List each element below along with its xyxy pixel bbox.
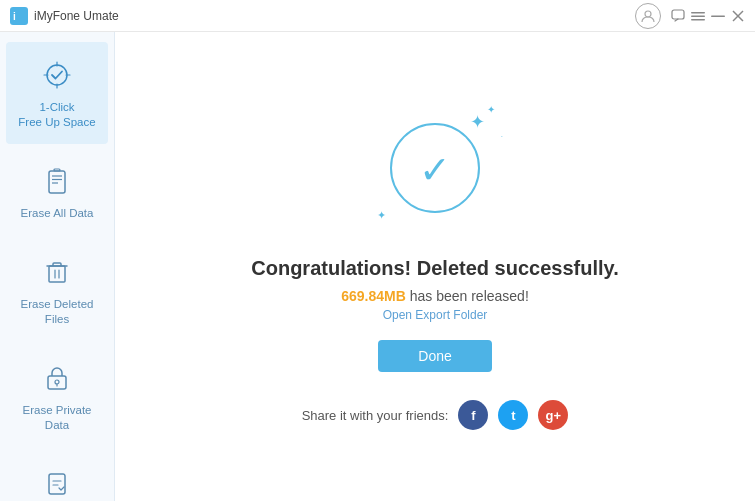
svg-rect-7 — [711, 15, 725, 17]
sidebar: 1-Click Free Up Space Erase All Data — [0, 32, 115, 501]
app-logo: i — [10, 7, 28, 25]
share-row: Share it with your friends: f t g+ — [302, 400, 569, 430]
content-area: ✓ ✦ ✦ ✦ · Congratulations! Deleted succe… — [115, 32, 755, 501]
svg-point-20 — [55, 380, 59, 384]
svg-rect-5 — [691, 15, 705, 17]
sidebar-item-free-up-space[interactable]: 1-Click Free Up Space — [6, 42, 108, 144]
sidebar-item-erase-all-data[interactable]: Erase All Data — [6, 148, 108, 235]
released-suffix: has been released! — [410, 288, 529, 304]
erase-private-data-icon — [38, 359, 76, 397]
svg-text:i: i — [13, 11, 16, 22]
checkmark-icon: ✓ — [419, 151, 451, 189]
chat-icon[interactable] — [671, 9, 685, 23]
sparkle-icon-3: ✦ — [377, 210, 386, 221]
user-icon[interactable] — [635, 3, 661, 29]
erase-deleted-files-icon — [38, 253, 76, 291]
svg-rect-11 — [49, 171, 65, 193]
sidebar-item-erase-private-data[interactable]: Erase Private Data — [6, 345, 108, 447]
success-circle: ✓ — [390, 123, 480, 213]
erase-private-fragments-icon — [38, 465, 76, 501]
twitter-share-button[interactable]: t — [498, 400, 528, 430]
erase-all-data-icon — [38, 162, 76, 200]
sidebar-label-erase-all-data: Erase All Data — [21, 206, 94, 221]
released-text: 669.84MB has been released! — [341, 288, 529, 304]
svg-point-2 — [645, 11, 651, 17]
googleplus-share-button[interactable]: g+ — [538, 400, 568, 430]
svg-rect-4 — [691, 12, 705, 14]
success-animation: ✓ ✦ ✦ ✦ · — [365, 103, 505, 233]
svg-rect-22 — [49, 474, 65, 494]
released-size: 669.84MB — [341, 288, 406, 304]
minimize-icon[interactable] — [711, 9, 725, 23]
sparkle-icon-4: · — [501, 133, 503, 141]
svg-rect-6 — [691, 19, 705, 21]
close-icon[interactable] — [731, 9, 745, 23]
svg-rect-19 — [48, 376, 66, 389]
congrats-title: Congratulations! Deleted successfully. — [251, 257, 619, 280]
svg-rect-3 — [672, 10, 684, 19]
sidebar-label-erase-private-data: Erase Private Data — [14, 403, 100, 433]
sidebar-item-erase-deleted-files[interactable]: Erase Deleted Files — [6, 239, 108, 341]
svg-rect-10 — [47, 65, 67, 85]
facebook-share-button[interactable]: f — [458, 400, 488, 430]
sidebar-label-free-up-space: 1-Click Free Up Space — [18, 100, 95, 130]
open-export-folder-link[interactable]: Open Export Folder — [383, 308, 488, 322]
free-up-space-icon — [38, 56, 76, 94]
svg-rect-15 — [49, 266, 65, 282]
share-label: Share it with your friends: — [302, 408, 449, 423]
window-controls — [671, 9, 745, 23]
done-button[interactable]: Done — [378, 340, 491, 372]
sidebar-label-erase-deleted-files: Erase Deleted Files — [14, 297, 100, 327]
main-layout: 1-Click Free Up Space Erase All Data — [0, 32, 755, 501]
app-title: iMyFone Umate — [34, 9, 635, 23]
sidebar-item-erase-private-fragments[interactable]: Erase Private Fragments — [6, 451, 108, 501]
menu-icon[interactable] — [691, 9, 705, 23]
sparkle-icon-1: ✦ — [470, 113, 485, 131]
sparkle-icon-2: ✦ — [487, 105, 495, 115]
titlebar: i iMyFone Umate — [0, 0, 755, 32]
